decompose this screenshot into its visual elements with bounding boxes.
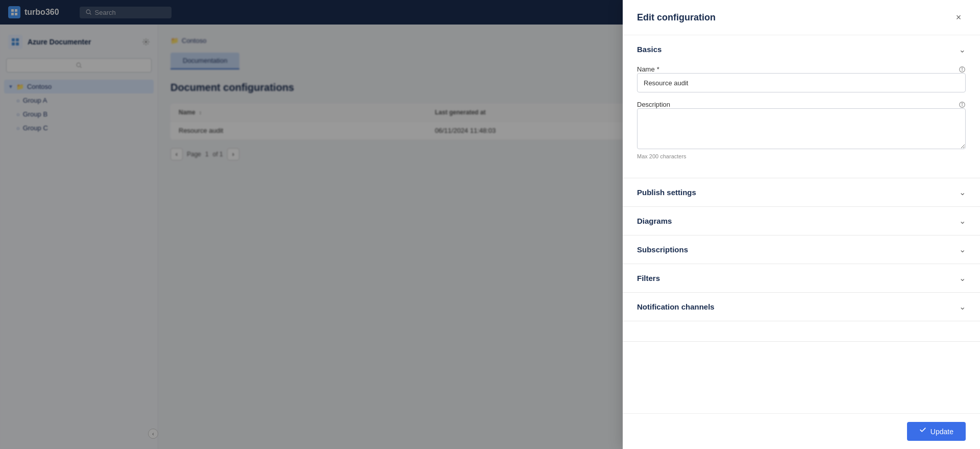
- edit-configuration-modal: Edit configuration × Basics ⌃ Name *: [623, 0, 980, 449]
- description-info-icon[interactable]: [959, 101, 966, 108]
- accordion-subscriptions-chevron: ⌄: [959, 245, 966, 254]
- accordion-basics-content: Name *: [623, 63, 980, 178]
- accordion-basics: Basics ⌃ Name *: [623, 35, 980, 178]
- modal-footer: Update: [623, 413, 980, 449]
- description-label-row: Description: [637, 101, 966, 108]
- description-field-row: Description Max 200 characters: [637, 101, 966, 159]
- accordion-basics-title: Basics: [637, 45, 662, 54]
- name-field-row: Name *: [637, 65, 966, 92]
- description-hint: Max 200 characters: [637, 153, 966, 159]
- svg-point-11: [962, 68, 962, 68]
- name-field-label: Name: [637, 65, 655, 73]
- description-field-label: Description: [637, 101, 670, 108]
- accordion-publish-settings-header[interactable]: Publish settings ⌄: [623, 178, 980, 206]
- accordion-subscriptions-title: Subscriptions: [637, 245, 688, 254]
- update-button-icon: [919, 427, 926, 436]
- name-input[interactable]: [637, 73, 966, 92]
- svg-point-14: [962, 103, 962, 104]
- accordion-subscriptions: Subscriptions ⌄: [623, 235, 980, 264]
- accordion-filters-title: Filters: [637, 274, 660, 282]
- modal-bottom-spacer: [623, 321, 980, 342]
- accordion-diagrams: Diagrams ⌄: [623, 207, 980, 235]
- accordion-diagrams-title: Diagrams: [637, 217, 672, 225]
- modal-header: Edit configuration ×: [623, 0, 980, 35]
- modal-close-button[interactable]: ×: [951, 10, 966, 25]
- update-button-label: Update: [930, 428, 953, 436]
- accordion-basics-header[interactable]: Basics ⌃: [623, 35, 980, 63]
- accordion-basics-chevron: ⌃: [959, 44, 966, 54]
- update-button[interactable]: Update: [907, 422, 966, 441]
- accordion-filters-chevron: ⌄: [959, 273, 966, 283]
- name-label-row: Name *: [637, 65, 966, 73]
- name-info-icon[interactable]: [959, 66, 966, 73]
- accordion-subscriptions-header[interactable]: Subscriptions ⌄: [623, 235, 980, 264]
- accordion-publish-settings-title: Publish settings: [637, 188, 696, 197]
- accordion-notification-channels-chevron: ⌄: [959, 302, 966, 312]
- accordion-diagrams-header[interactable]: Diagrams ⌄: [623, 207, 980, 235]
- accordion-notification-channels-title: Notification channels: [637, 302, 715, 311]
- accordion-publish-settings-chevron: ⌄: [959, 187, 966, 197]
- accordion-diagrams-chevron: ⌄: [959, 216, 966, 226]
- accordion-filters-header[interactable]: Filters ⌄: [623, 264, 980, 292]
- accordion-publish-settings: Publish settings ⌄: [623, 178, 980, 207]
- accordion-filters: Filters ⌄: [623, 264, 980, 293]
- description-textarea[interactable]: [637, 108, 966, 149]
- modal-title: Edit configuration: [637, 12, 716, 23]
- name-required-marker: *: [657, 65, 659, 73]
- modal-body: Basics ⌃ Name *: [623, 35, 980, 413]
- accordion-notification-channels: Notification channels ⌄: [623, 293, 980, 321]
- accordion-notification-channels-header[interactable]: Notification channels ⌄: [623, 293, 980, 321]
